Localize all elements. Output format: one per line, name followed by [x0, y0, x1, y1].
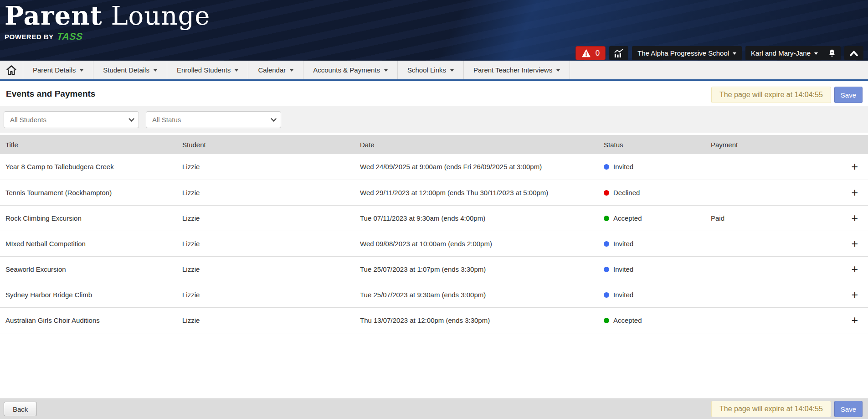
nav-item-label: Enrolled Students — [177, 66, 231, 74]
event-date: Tue 25/07/2023 at 9:30am (ends 3:00pm) — [354, 282, 598, 307]
events-table: Title Student Date Status Payment Year 8… — [0, 135, 868, 333]
reports-button[interactable] — [609, 46, 628, 60]
add-event-button[interactable]: + — [851, 315, 858, 326]
event-student: Lizzie — [177, 154, 354, 180]
nav-item-label: Accounts & Payments — [313, 66, 380, 74]
event-status-cell: Invited — [598, 256, 705, 282]
nav-item-calendar[interactable]: Calendar — [248, 61, 303, 79]
event-title: Sydney Harbor Bridge Climb — [0, 282, 177, 307]
nav-home-button[interactable] — [0, 61, 23, 79]
main-content: Events and Payments The page will expire… — [0, 81, 868, 398]
tass-brand-logo: TASS — [56, 31, 83, 42]
caret-down-icon — [814, 52, 818, 57]
nav-item-parent-details[interactable]: Parent Details — [23, 61, 93, 79]
content-divider — [0, 396, 868, 396]
event-status-cell: Invited — [598, 282, 705, 307]
event-row: MIxed Netball Competition Lizzie Wed 09/… — [0, 231, 868, 256]
user-dropdown[interactable]: Karl and Mary-Jane — [745, 46, 823, 60]
nav-item-parent-teacher-interviews[interactable]: Parent Teacher Interviews — [464, 61, 570, 79]
add-event-button[interactable]: + — [851, 161, 858, 172]
nav-item-label: School Links — [407, 66, 446, 74]
event-title: Australian Girls Choir Auditions — [0, 307, 177, 333]
status-dot-icon — [604, 164, 609, 170]
event-date: Thu 13/07/2023 at 12:00pm (ends 3:30pm) — [354, 307, 598, 333]
status-label: Invited — [613, 163, 633, 171]
footer-bar: Back The page will expire at 14:04:55 Sa… — [0, 398, 868, 419]
bar-chart-icon — [614, 49, 624, 58]
add-event-button[interactable]: + — [851, 264, 858, 275]
caret-down-icon — [235, 69, 238, 73]
status-filter-value: All Status — [152, 116, 181, 124]
event-student: Lizzie — [177, 180, 354, 205]
column-header-date: Date — [354, 135, 598, 154]
back-button[interactable]: Back — [4, 402, 37, 416]
nav-item-school-links[interactable]: School Links — [398, 61, 464, 79]
nav-item-accounts-payments[interactable]: Accounts & Payments — [303, 61, 398, 79]
notifications-bell-button[interactable] — [823, 46, 841, 60]
event-title: Seaworld Excursion — [0, 256, 177, 282]
header-controls: 0 The Alpha Progressive School — [575, 46, 863, 60]
column-header-student: Student — [177, 135, 354, 154]
status-dot-icon — [604, 318, 609, 323]
event-status-cell: Invited — [598, 231, 705, 256]
chevron-down-icon — [128, 116, 134, 122]
event-date: Wed 29/11/2023 at 12:00pm (ends Thu 30/1… — [354, 180, 598, 205]
home-icon — [6, 65, 17, 75]
status-label: Accepted — [613, 316, 642, 324]
user-name: Karl and Mary-Jane — [751, 49, 811, 57]
save-button[interactable]: Save — [834, 87, 863, 103]
nav-item-label: Student Details — [103, 66, 149, 74]
alerts-button[interactable]: 0 — [575, 46, 606, 60]
event-title: MIxed Netball Competition — [0, 231, 177, 256]
students-filter-select[interactable]: All Students — [4, 111, 139, 128]
chevron-up-icon — [849, 50, 859, 57]
user-button-group: Karl and Mary-Jane — [745, 46, 841, 60]
caret-down-icon — [450, 69, 454, 73]
save-button[interactable]: Save — [834, 401, 863, 417]
event-payment — [705, 154, 824, 180]
alert-count: 0 — [596, 49, 600, 58]
event-student: Lizzie — [177, 256, 354, 282]
event-payment — [705, 256, 824, 282]
events-table-container: Title Student Date Status Payment Year 8… — [0, 135, 868, 333]
event-row: Tennis Tournament (Rockhampton) Lizzie W… — [0, 180, 868, 205]
event-row: Seaworld Excursion Lizzie Tue 25/07/2023… — [0, 256, 868, 282]
nav-item-label: Parent Teacher Interviews — [473, 66, 552, 74]
caret-down-icon — [733, 52, 736, 57]
status-label: Invited — [613, 240, 633, 248]
filter-bar: All Students All Status — [0, 106, 868, 133]
event-student: Lizzie — [177, 307, 354, 333]
add-event-button[interactable]: + — [851, 212, 858, 224]
column-header-status: Status — [598, 135, 705, 154]
status-dot-icon — [604, 216, 609, 221]
event-title: Rock Climbing Excursion — [0, 205, 177, 231]
event-date: Wed 09/08/2023 at 10:00am (ends 2:00pm) — [354, 231, 598, 256]
table-header-row: Title Student Date Status Payment — [0, 135, 868, 154]
nav-item-label: Parent Details — [33, 66, 76, 74]
event-payment — [705, 180, 824, 205]
column-header-payment: Payment — [705, 135, 824, 154]
event-payment — [705, 231, 824, 256]
status-label: Declined — [613, 189, 640, 197]
caret-down-icon — [556, 69, 560, 73]
warning-triangle-icon — [581, 49, 591, 57]
page-title: Events and Payments — [6, 89, 95, 99]
event-status-cell: Invited — [598, 154, 705, 180]
add-event-button[interactable]: + — [851, 289, 858, 300]
collapse-header-button[interactable] — [844, 46, 863, 60]
status-filter-select[interactable]: All Status — [146, 111, 281, 128]
status-dot-icon — [604, 190, 609, 196]
add-event-button[interactable]: + — [851, 238, 858, 249]
add-event-button[interactable]: + — [851, 187, 858, 198]
nav-item-student-details[interactable]: Student Details — [93, 61, 167, 79]
caret-down-icon — [154, 69, 157, 73]
chevron-down-icon — [271, 116, 277, 122]
nav-items: Parent Details Student Details Enrolled … — [23, 61, 570, 79]
app-header: Parent Lounge POWERED BY TASS 0 — [0, 0, 868, 61]
main-navigation: Parent Details Student Details Enrolled … — [0, 61, 868, 81]
event-row: Sydney Harbor Bridge Climb Lizzie Tue 25… — [0, 282, 868, 307]
nav-item-enrolled-students[interactable]: Enrolled Students — [167, 61, 248, 79]
event-title: Tennis Tournament (Rockhampton) — [0, 180, 177, 205]
school-dropdown[interactable]: The Alpha Progressive School — [632, 46, 742, 60]
bottom-action-bar: The page will expire at 14:04:55 Save — [711, 401, 863, 417]
